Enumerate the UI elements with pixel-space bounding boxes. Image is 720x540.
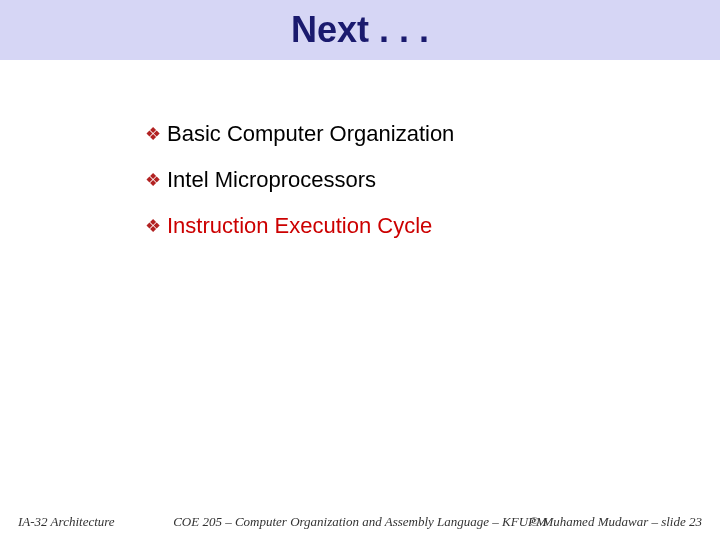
content-area: ❖ Basic Computer Organization ❖ Intel Mi… [145,120,660,258]
title-bar: Next . . . [0,0,720,60]
bullet-item: ❖ Basic Computer Organization [145,120,660,148]
bullet-item: ❖ Intel Microprocessors [145,166,660,194]
footer-center: COE 205 – Computer Organization and Asse… [173,514,547,530]
diamond-icon: ❖ [145,166,161,194]
footer-right: © Muhamed Mudawar – slide 23 [529,514,702,530]
footer: IA-32 Architecture COE 205 – Computer Or… [0,514,720,530]
bullet-text: Basic Computer Organization [167,120,454,148]
bullet-item: ❖ Instruction Execution Cycle [145,212,660,240]
footer-left: IA-32 Architecture [18,514,115,530]
bullet-text-highlight: Instruction Execution Cycle [167,212,432,240]
diamond-icon: ❖ [145,212,161,240]
bullet-text: Intel Microprocessors [167,166,376,194]
diamond-icon: ❖ [145,120,161,148]
slide-title: Next . . . [291,9,429,51]
